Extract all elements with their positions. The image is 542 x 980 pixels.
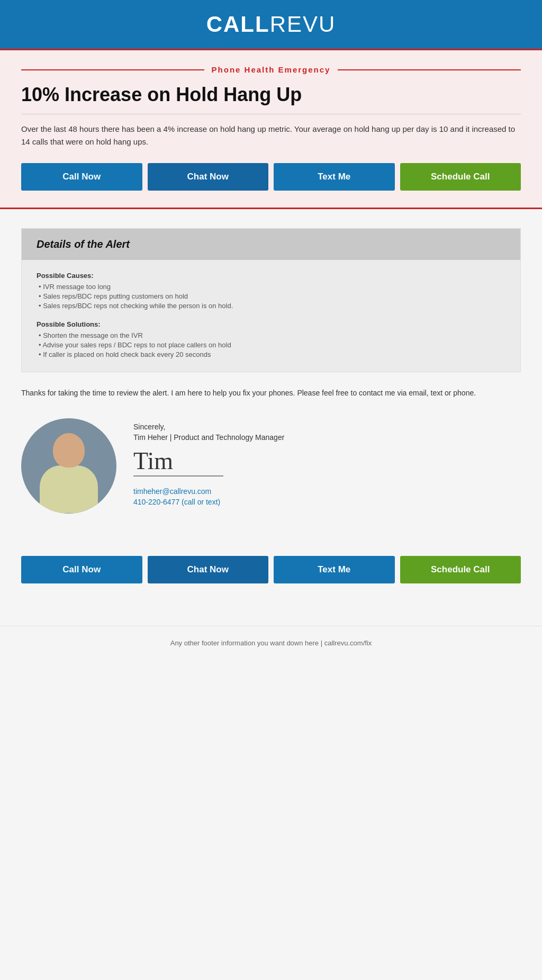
closing-text: Thanks for taking the time to review the… xyxy=(21,387,521,399)
alert-divider xyxy=(21,114,521,114)
call-now-button-top[interactable]: Call Now xyxy=(21,163,142,191)
page-header: CALLREVU xyxy=(0,0,542,49)
phone-link[interactable]: 410-220-6477 (call or text) xyxy=(133,498,284,506)
cause-2: • Sales reps/BDC reps putting customers … xyxy=(37,292,505,300)
cause-1: • IVR message too long xyxy=(37,283,505,291)
details-card-header: Details of the Alert xyxy=(22,229,520,260)
bottom-button-row: Call Now Chat Now Text Me Schedule Call xyxy=(21,556,521,583)
call-now-button-bottom[interactable]: Call Now xyxy=(21,556,142,583)
text-me-button-top[interactable]: Text Me xyxy=(274,163,395,191)
chat-now-button-top[interactable]: Chat Now xyxy=(148,163,269,191)
possible-causes-label: Possible Causes: xyxy=(37,272,505,280)
top-button-row: Call Now Chat Now Text Me Schedule Call xyxy=(21,163,521,191)
logo: CALLREVU xyxy=(0,12,542,37)
solution-3: • If caller is placed on hold check back… xyxy=(37,350,505,358)
alert-label-line-left xyxy=(21,69,204,70)
details-card: Details of the Alert Possible Causes: • … xyxy=(21,228,521,372)
signer-name: Tim Heher | Product and Technology Manag… xyxy=(133,433,284,442)
signature-text-block: Sincerely, Tim Heher | Product and Techn… xyxy=(133,418,284,508)
person-figure xyxy=(34,429,103,514)
alert-label-row: Phone Health Emergency xyxy=(21,65,521,74)
alert-label: Phone Health Emergency xyxy=(204,65,338,74)
cause-3: • Sales reps/BDC reps not checking while… xyxy=(37,302,505,310)
sincerely-text: Sincerely, xyxy=(133,422,284,431)
signature-area: Sincerely, Tim Heher | Product and Techn… xyxy=(21,418,521,514)
avatar xyxy=(21,418,116,514)
email-link[interactable]: timheher@callrevu.com xyxy=(133,487,284,496)
schedule-call-button-bottom[interactable]: Schedule Call xyxy=(400,556,521,583)
alert-title: 10% Increase on Hold Hang Up xyxy=(21,84,521,105)
bottom-button-section: Call Now Chat Now Text Me Schedule Call xyxy=(0,556,542,626)
details-card-title: Details of the Alert xyxy=(37,238,130,250)
possible-solutions-label: Possible Solutions: xyxy=(37,320,505,328)
logo-bold: CALL xyxy=(206,12,270,37)
details-card-body: Possible Causes: • IVR message too long … xyxy=(22,260,520,372)
solution-2: • Advise your sales reps / BDC reps to n… xyxy=(37,341,505,349)
alert-body: Over the last 48 hours there has been a … xyxy=(21,123,521,148)
possible-causes-section: Possible Causes: • IVR message too long … xyxy=(37,272,505,310)
person-body xyxy=(40,465,98,513)
logo-light: REVU xyxy=(270,12,336,37)
alert-section: Phone Health Emergency 10% Increase on H… xyxy=(0,49,542,209)
solution-1: • Shorten the message on the IVR xyxy=(37,331,505,339)
person-head xyxy=(53,433,85,467)
footer-text: Any other footer information you want do… xyxy=(170,639,372,647)
schedule-call-button-top[interactable]: Schedule Call xyxy=(400,163,521,191)
possible-solutions-section: Possible Solutions: • Shorten the messag… xyxy=(37,320,505,358)
text-me-button-bottom[interactable]: Text Me xyxy=(274,556,395,583)
page-footer: Any other footer information you want do… xyxy=(0,626,542,660)
chat-now-button-bottom[interactable]: Chat Now xyxy=(148,556,269,583)
main-content: Details of the Alert Possible Causes: • … xyxy=(0,209,542,555)
alert-label-line-right xyxy=(338,69,521,70)
signature-scrawl: Tim xyxy=(133,449,223,476)
